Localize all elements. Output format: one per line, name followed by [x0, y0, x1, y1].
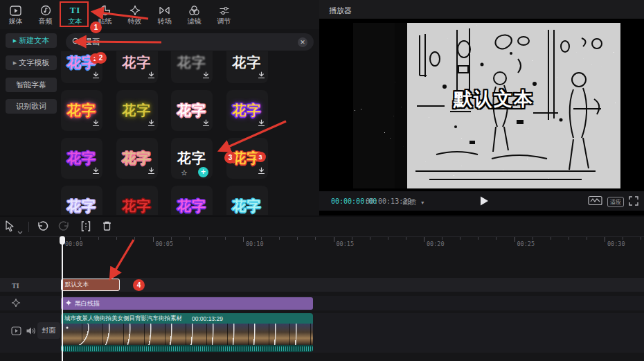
video-filmstrip [61, 324, 313, 345]
tab-text[interactable]: TI 文本 [60, 0, 90, 29]
favorite-star-icon[interactable]: ☆ [181, 168, 188, 177]
tab-label: 特效 [128, 18, 142, 25]
ruler-label: 00:05 [156, 240, 174, 247]
asset-panel: 媒体 音频 TI 文本 贴纸 特效 [0, 0, 319, 215]
redo-icon[interactable] [58, 220, 70, 234]
tab-adjust[interactable]: 调节 [209, 0, 239, 29]
ruler-tick [605, 237, 605, 242]
ruler-tick [496, 237, 497, 240]
video-clip-label: 城市夜景人物街拍美女侧目背影汽车街拍素材 [64, 315, 182, 323]
text-style-tile[interactable]: 花字☆+ [171, 138, 213, 179]
delete-icon[interactable] [102, 220, 112, 234]
ruler-tick [533, 237, 533, 240]
text-style-tile[interactable]: 花字 [171, 90, 213, 131]
sidebar-item-label: 新建文本 [19, 35, 49, 46]
timeline-panel: 00:0000:0500:1000:1500:2000:2500:30 TI 封… [0, 217, 644, 361]
ruler-tick [515, 237, 515, 242]
text-style-tile[interactable]: 花字 [61, 138, 102, 179]
video-track-icon[interactable] [11, 326, 21, 338]
tab-audio[interactable]: 音频 [30, 0, 60, 29]
text-style-tile[interactable]: 花字 [171, 186, 213, 215]
download-icon [147, 69, 155, 82]
sidebar-item-label: 文字模板 [19, 58, 49, 68]
video-clip-header: 城市夜景人物街拍美女侧目背影汽车街拍素材 00:00:13:29 [61, 313, 313, 324]
download-icon [202, 69, 210, 82]
text-style-tile[interactable]: 花字 [226, 51, 268, 83]
toolbar-divider [28, 222, 29, 232]
cover-button[interactable]: 封面 [37, 322, 60, 339]
quality-dropdown[interactable]: 画质 ▼ [402, 197, 425, 207]
player-controls: 00:00:00:00 00:00:13:29 画质 ▼ 适应 [319, 191, 644, 211]
fullscreen-icon[interactable] [629, 196, 638, 209]
add-icon[interactable]: + [198, 167, 208, 177]
search-query-text: 漫画 [84, 37, 298, 47]
ruler-label: 00:10 [246, 240, 264, 247]
sidebar-item-label: 识别歌词 [16, 101, 46, 112]
ruler-tick [171, 237, 172, 240]
ruler-tick [388, 237, 388, 240]
sidebar-item-lyrics-recognition[interactable]: 识别歌词 [6, 99, 57, 114]
split-icon[interactable] [80, 220, 91, 235]
scopes-icon[interactable] [588, 195, 602, 209]
download-icon [258, 213, 265, 215]
tab-media[interactable]: 媒体 [1, 0, 30, 29]
text-style-preview: 花字 [177, 149, 206, 168]
cursor-tool-button[interactable] [5, 220, 15, 235]
text-style-tile[interactable]: 花字3 [226, 138, 268, 179]
ruler-tick [279, 237, 280, 240]
text-style-tile[interactable]: 花字 [116, 138, 158, 179]
video-preview[interactable]: 默认文本 [353, 23, 620, 188]
ruler-tick [406, 237, 406, 240]
text-style-tile[interactable]: 花字 [116, 51, 158, 83]
playhead[interactable] [62, 236, 63, 361]
download-icon [258, 69, 265, 82]
search-input[interactable]: 漫画 ✕ [66, 33, 314, 51]
text-style-tile[interactable]: 花字 [226, 90, 268, 131]
clear-search-icon[interactable]: ✕ [298, 37, 307, 47]
preview-text-overlay[interactable]: 默认文本 [454, 87, 534, 112]
video-clip[interactable]: 城市夜景人物街拍美女侧目背影汽车街拍素材 00:00:13:29 [61, 313, 313, 352]
ruler-tick [98, 237, 99, 240]
tab-transition[interactable]: 转场 [150, 0, 179, 29]
ruler-tick [80, 237, 81, 240]
chevron-down-icon[interactable] [17, 224, 23, 237]
text-style-tile[interactable]: 花字 [116, 90, 158, 131]
sidebar-item-auto-captions[interactable]: 智能字幕 [6, 78, 57, 92]
undo-icon[interactable] [37, 220, 48, 234]
ruler-tick [315, 237, 316, 240]
text-style-tile[interactable]: 花字 [61, 186, 102, 215]
tab-filter[interactable]: 滤镜 [179, 0, 209, 29]
play-button[interactable] [478, 195, 490, 206]
tab-sticker[interactable]: 贴纸 [90, 0, 120, 29]
ruler-tick [569, 237, 569, 240]
text-style-tile[interactable]: 花字 [116, 186, 158, 215]
download-icon [202, 117, 210, 130]
mute-icon[interactable] [26, 326, 35, 338]
ruler-label: 00:25 [517, 240, 535, 247]
ruler-tick [587, 237, 587, 240]
tab-label: 文本 [69, 18, 82, 25]
ruler-tick [334, 237, 334, 242]
download-icon [258, 117, 265, 130]
tab-effects[interactable]: 特效 [120, 0, 150, 29]
ruler-label: 00:15 [337, 240, 355, 247]
audio-waveform [61, 345, 313, 352]
effect-clip-icon [65, 299, 72, 308]
playhead-handle[interactable] [60, 236, 65, 245]
sidebar-item-text-template[interactable]: ▶ 文字模板 [6, 55, 57, 70]
text-style-tile[interactable]: 花字 [171, 51, 213, 83]
ruler-tick [551, 237, 551, 240]
ruler-tick [641, 237, 641, 240]
text-style-tile[interactable]: 花字 [61, 90, 102, 131]
top-tabbar: 媒体 音频 TI 文本 贴纸 特效 [0, 0, 319, 29]
text-clip[interactable]: 默认文本 [61, 279, 120, 291]
fit-button[interactable]: 适应 [607, 197, 624, 207]
ruler-label: 00:00 [65, 240, 83, 247]
timeline-ruler[interactable]: 00:0000:0500:1000:1500:2000:2500:30 [0, 236, 644, 249]
download-icon [92, 69, 100, 82]
sidebar-item-new-text[interactable]: ▶ 新建文本 [6, 33, 57, 48]
text-style-tile[interactable]: 花字2 [61, 51, 102, 83]
ruler-tick [442, 237, 442, 240]
text-style-tile[interactable]: 花字 [226, 186, 268, 215]
effect-clip[interactable]: 黑白线描 [61, 297, 313, 310]
